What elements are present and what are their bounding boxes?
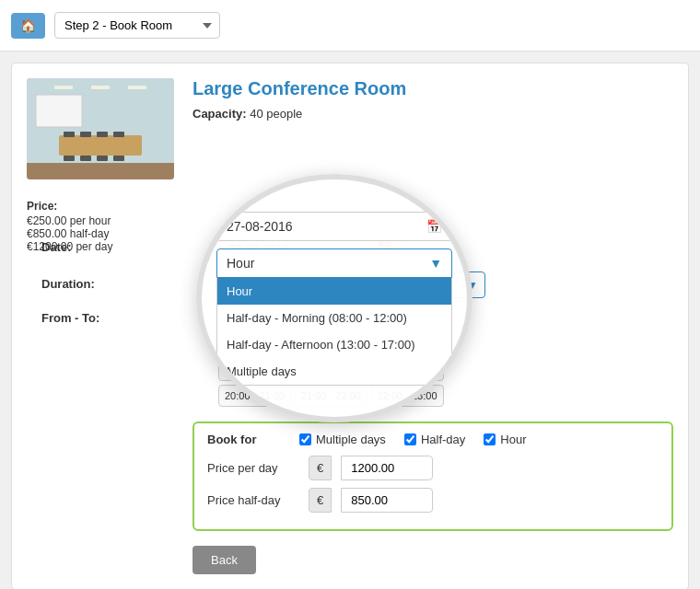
- hour-checkbox-item[interactable]: Hour: [484, 433, 526, 446]
- price-section: Price: €250.00 per hour €850.00 half-day…: [27, 200, 112, 253]
- svg-rect-3: [128, 86, 146, 89]
- bottom-section: Book for Multiple days Half-day Hour Pri…: [192, 422, 673, 531]
- book-for-row: Book for Multiple days Half-day Hour: [207, 433, 659, 446]
- halfday-label: Half-day: [421, 433, 465, 446]
- mag-calendar-icon: 📅: [426, 219, 442, 234]
- halfday-checkbox[interactable]: [404, 433, 416, 445]
- svg-rect-12: [97, 156, 108, 161]
- book-for-label: Book for: [207, 433, 281, 446]
- svg-rect-4: [36, 95, 82, 127]
- price-hour: €250.00 per hour: [27, 214, 111, 227]
- mag-option-afternoon[interactable]: Half-day - Afternoon (13:00 - 17:00): [217, 331, 451, 358]
- svg-rect-9: [113, 132, 124, 137]
- multiple-days-checkbox[interactable]: [299, 433, 311, 445]
- price-info: Price: €250.00 per hour €850.00 half-day…: [27, 192, 112, 253]
- price-halfday-label: Price half-day: [207, 493, 299, 507]
- mag-date-field: 27-08-2016 📅: [216, 212, 452, 241]
- mag-dropdown: Hour Half-day - Morning (08:00 - 12:00) …: [216, 278, 452, 386]
- room-capacity: Capacity: 40 people: [192, 107, 673, 121]
- actions-row: Back: [192, 546, 673, 574]
- price-per-day-label: Price per day: [207, 461, 299, 475]
- price-per-day-row: Price per day €: [207, 456, 659, 480]
- svg-rect-1: [54, 86, 73, 89]
- price-per-day-input[interactable]: [341, 456, 433, 480]
- multiple-days-checkbox-item[interactable]: Multiple days: [299, 433, 386, 446]
- duration-label: Duration:: [41, 271, 115, 291]
- hour-checkbox[interactable]: [484, 433, 496, 445]
- mag-selected-option: Hour: [227, 256, 254, 271]
- svg-rect-7: [80, 132, 91, 137]
- mag-date-value: 27-08-2016: [227, 219, 293, 234]
- price-halfday-input[interactable]: [341, 488, 433, 513]
- svg-rect-14: [27, 163, 174, 179]
- magnifier-content: 27-08-2016 📅 Hour ▼ Hour Half-day - Morn…: [202, 197, 467, 400]
- room-title: Large Conference Room: [192, 78, 673, 99]
- from-to-label: From - To:: [41, 307, 115, 325]
- euro-symbol-day: €: [309, 456, 332, 480]
- mag-option-multidays[interactable]: Multiple days: [217, 358, 451, 385]
- svg-rect-10: [64, 156, 75, 161]
- mag-option-morning[interactable]: Half-day - Morning (08:00 - 12:00): [217, 305, 451, 331]
- hour-label: Hour: [500, 433, 526, 446]
- halfday-checkbox-item[interactable]: Half-day: [404, 433, 465, 446]
- euro-symbol-halfday: €: [309, 488, 332, 513]
- room-info: Large Conference Room Capacity: 40 peopl…: [192, 78, 673, 179]
- main-content: Large Conference Room Capacity: 40 peopl…: [11, 63, 689, 589]
- price-halfday-row: Price half-day €: [207, 488, 659, 513]
- top-bar: 🏠 Step 1 - Select Room Step 2 - Book Roo…: [0, 0, 700, 52]
- breadcrumb-select[interactable]: Step 1 - Select Room Step 2 - Book Room …: [54, 12, 220, 39]
- mag-option-hour[interactable]: Hour: [217, 278, 451, 305]
- svg-rect-11: [80, 156, 91, 161]
- svg-rect-6: [64, 132, 75, 137]
- mag-select-bar: Hour ▼: [216, 248, 452, 278]
- home-button[interactable]: 🏠: [11, 13, 45, 39]
- capacity-value: 40 people: [250, 107, 302, 121]
- room-image: [27, 78, 174, 179]
- capacity-label: Capacity:: [192, 107, 247, 121]
- mag-chevron-icon: ▼: [429, 256, 442, 271]
- mag-duration-select: Hour ▼ Hour Half-day - Morning (08:00 - …: [216, 248, 452, 386]
- svg-rect-5: [59, 135, 142, 156]
- svg-rect-8: [97, 132, 108, 137]
- multiple-days-label: Multiple days: [316, 433, 386, 446]
- svg-rect-2: [91, 86, 110, 89]
- price-label: Price:: [27, 200, 112, 213]
- back-button[interactable]: Back: [192, 546, 256, 574]
- magnifier-overlay: 27-08-2016 📅 Hour ▼ Hour Half-day - Morn…: [196, 174, 472, 422]
- svg-rect-13: [113, 156, 124, 161]
- room-header: Large Conference Room Capacity: 40 peopl…: [27, 78, 673, 179]
- price-halfday: €850.00 half-day: [27, 227, 109, 240]
- price-day: €1200.00 per day: [27, 240, 112, 253]
